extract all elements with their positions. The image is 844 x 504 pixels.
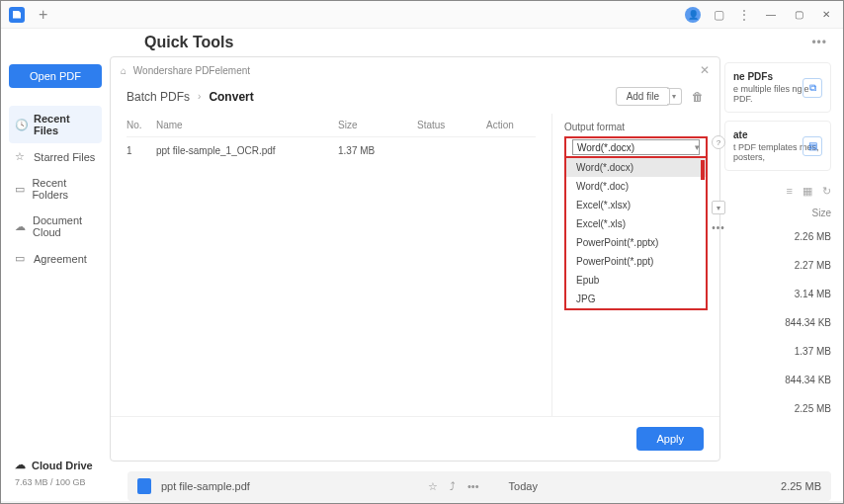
extra-more-icon[interactable]: •••: [712, 220, 725, 234]
folder-icon: ▭: [15, 183, 25, 196]
file-size: 2.27 MB: [724, 251, 831, 280]
add-file-dropdown-icon[interactable]: ▾: [667, 88, 682, 105]
header: Quick Tools •••: [1, 29, 843, 56]
table-header: No. Name Size Status Action: [127, 114, 536, 137]
col-status: Status: [417, 120, 486, 130]
sidebar-item-label: Recent Files: [34, 113, 96, 136]
dropdown-option-jpg[interactable]: JPG: [566, 290, 706, 308]
recent-date: Today: [509, 480, 538, 492]
size-column-header: Size: [724, 204, 831, 222]
close-modal-button[interactable]: ✕: [700, 63, 710, 77]
bg-card-combine[interactable]: ne PDFs e multiple files ngle PDF. ⧉: [724, 62, 831, 113]
dropdown-option-pptx[interactable]: PowerPoint(*.pptx): [566, 233, 706, 252]
sidebar: Open PDF 🕓 Recent Files ☆ Starred Files …: [1, 56, 110, 501]
extra-dropdown-icon[interactable]: ▾: [712, 201, 725, 214]
batch-title-row: Batch PDFs › Convert Add file ▾ 🗑: [111, 83, 719, 114]
apply-button[interactable]: Apply: [636, 427, 704, 451]
titlebar-left: +: [9, 6, 53, 24]
background-right-panel: ne PDFs e multiple files ngle PDF. ⧉ ate…: [724, 56, 843, 501]
dropdown-selected[interactable]: Word(*.docx): [564, 136, 708, 158]
cloud-icon: ☁: [15, 459, 26, 471]
titlebar: + 👤 ▢ ⋮ — ▢ ✕: [1, 1, 843, 29]
bg-card-template[interactable]: ate t PDF templates mes, posters, ▤: [724, 121, 831, 171]
output-panel: Output format ? Word(*.docx) Word(*.docx…: [551, 114, 719, 416]
modal-header: ⌂ Wondershare PDFelement ✕: [111, 57, 719, 83]
refresh-icon[interactable]: ↻: [822, 185, 831, 198]
dropdown-option-doc[interactable]: Word(*.doc): [566, 177, 706, 196]
dropdown-scrollbar[interactable]: [701, 160, 705, 308]
maximize-button[interactable]: ▢: [790, 6, 807, 24]
chat-icon[interactable]: ▢: [711, 8, 726, 22]
file-size: 844.34 KB: [724, 366, 831, 394]
minimize-button[interactable]: —: [762, 6, 780, 24]
batch-pdfs-link[interactable]: Batch PDFs: [127, 90, 190, 104]
dropdown-option-ppt[interactable]: PowerPoint(*.ppt): [566, 252, 706, 271]
convert-title: Convert: [209, 90, 253, 104]
col-size: Size: [338, 120, 417, 130]
breadcrumb[interactable]: ⌂ Wondershare PDFelement: [121, 65, 250, 76]
page-title: Quick Tools: [144, 34, 233, 51]
cell-size: 1.37 MB: [338, 145, 417, 156]
pdf-file-icon: [137, 478, 151, 494]
sidebar-item-recent-files[interactable]: 🕓 Recent Files: [9, 106, 102, 143]
dropdown-option-xls[interactable]: Excel(*.xls): [566, 214, 706, 233]
cloud-drive-label: Cloud Drive: [32, 460, 93, 471]
spacer: [9, 272, 102, 453]
more-icon[interactable]: •••: [467, 480, 479, 493]
table-row[interactable]: 1 ppt file-sample_1_OCR.pdf 1.37 MB: [127, 137, 536, 164]
modal-body: No. Name Size Status Action 1 ppt file-s…: [111, 114, 719, 416]
dropdown-list: Word(*.docx) Word(*.doc) Excel(*.xlsx) E…: [564, 158, 708, 310]
combine-icon: ⧉: [802, 78, 822, 98]
header-more-icon[interactable]: •••: [811, 36, 827, 49]
grid-view-icon[interactable]: ▦: [802, 185, 812, 198]
output-format-label: Output format: [564, 122, 708, 132]
scrollbar-thumb[interactable]: [701, 160, 705, 180]
sidebar-item-document-cloud[interactable]: ☁ Document Cloud: [9, 208, 102, 245]
upload-icon[interactable]: ⤴: [450, 480, 456, 493]
batch-convert-modal: ⌂ Wondershare PDFelement ✕ Batch PDFs › …: [110, 56, 720, 462]
dropdown-value: Word(*.docx): [572, 139, 700, 155]
kebab-menu-icon[interactable]: ⋮: [736, 8, 752, 22]
sidebar-item-label: Agreement: [34, 253, 87, 265]
star-icon[interactable]: ☆: [428, 480, 438, 493]
dropdown-option-xlsx[interactable]: Excel(*.xlsx): [566, 196, 706, 214]
breadcrumb-text: Wondershare PDFelement: [133, 65, 250, 76]
clock-icon: 🕓: [15, 119, 27, 131]
document-icon: ▭: [15, 252, 27, 265]
sidebar-item-label: Recent Folders: [32, 177, 96, 201]
sidebar-item-recent-folders[interactable]: ▭ Recent Folders: [9, 170, 102, 208]
dropdown-option-docx[interactable]: Word(*.docx): [566, 158, 706, 177]
file-size: 2.26 MB: [724, 222, 831, 251]
modal-footer: Apply: [111, 416, 719, 461]
app-logo-icon[interactable]: [9, 7, 25, 23]
template-icon: ▤: [802, 136, 822, 156]
cell-status: [417, 145, 486, 156]
trash-icon[interactable]: 🗑: [692, 90, 704, 104]
storage-text: 7.63 MB / 100 GB: [9, 477, 102, 493]
file-table: No. Name Size Status Action 1 ppt file-s…: [111, 114, 551, 416]
cloud-drive-button[interactable]: ☁ Cloud Drive: [9, 453, 102, 477]
col-name: Name: [156, 120, 338, 130]
home-icon: ⌂: [121, 65, 127, 76]
content-area: ne PDFs e multiple files ngle PDF. ⧉ ate…: [110, 56, 843, 501]
sidebar-item-starred-files[interactable]: ☆ Starred Files: [9, 143, 102, 170]
cell-action: [486, 145, 536, 156]
open-pdf-button[interactable]: Open PDF: [9, 64, 102, 88]
output-format-dropdown[interactable]: Word(*.docx) Word(*.docx) Word(*.doc) Ex…: [564, 136, 708, 310]
sidebar-item-agreement[interactable]: ▭ Agreement: [9, 245, 102, 272]
file-size: 3.14 MB: [724, 280, 831, 308]
new-tab-button[interactable]: +: [33, 6, 53, 24]
help-icon[interactable]: ?: [712, 135, 725, 149]
add-file-button[interactable]: Add file: [616, 87, 670, 106]
cell-no: 1: [127, 145, 156, 156]
list-view-icon[interactable]: ≡: [787, 185, 793, 198]
col-action: Action: [486, 120, 536, 130]
recent-file-row[interactable]: ppt file-sample.pdf ☆ ⤴ ••• Today 2.25 M…: [127, 471, 831, 501]
recent-file-name: ppt file-sample.pdf: [161, 480, 418, 492]
close-window-button[interactable]: ✕: [817, 6, 835, 24]
dropdown-option-epub[interactable]: Epub: [566, 271, 706, 290]
breadcrumb-sep: ›: [198, 91, 201, 102]
main: Open PDF 🕓 Recent Files ☆ Starred Files …: [1, 56, 843, 501]
cloud-icon: ☁: [15, 220, 26, 233]
user-avatar-icon[interactable]: 👤: [685, 7, 701, 23]
